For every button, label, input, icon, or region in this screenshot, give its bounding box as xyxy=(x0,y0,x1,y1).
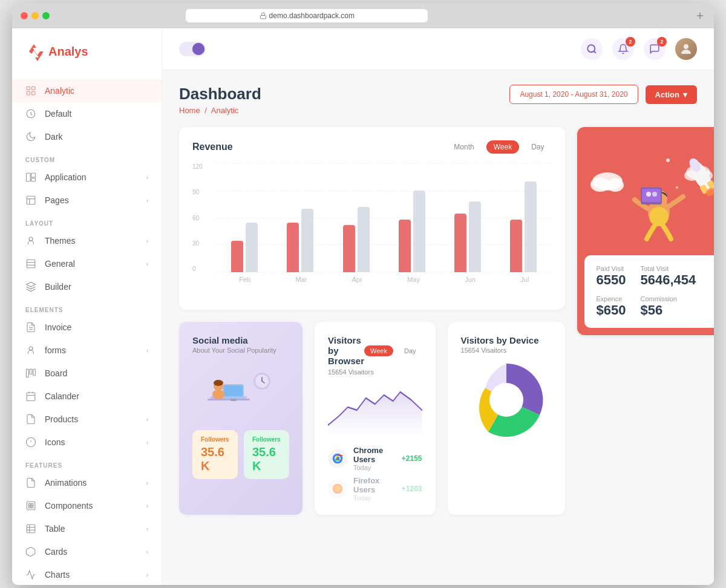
sidebar-item-general[interactable]: General › xyxy=(12,252,162,275)
chrome-icon-circle xyxy=(328,449,347,468)
animations-icon xyxy=(25,477,36,488)
svg-rect-22 xyxy=(30,369,32,374)
messages-badge: 2 xyxy=(657,37,667,47)
sidebar-item-label: Analytic xyxy=(45,86,74,96)
other-browser-info: Firefox Users Today xyxy=(353,476,396,501)
sidebar-item-components[interactable]: Components › xyxy=(12,494,162,517)
tab-day[interactable]: Day xyxy=(524,140,551,154)
chrome-name: Chrome Users xyxy=(353,446,396,464)
tab-week[interactable]: Week xyxy=(486,140,519,154)
svg-rect-11 xyxy=(27,196,35,204)
donut-chart xyxy=(461,364,552,436)
search-button[interactable] xyxy=(581,38,603,60)
svg-rect-32 xyxy=(28,503,30,505)
sidebar-item-calander[interactable]: Calander xyxy=(12,385,162,408)
sidebar-nav: Analytic Default Dark CUSTOM Application… xyxy=(12,74,162,585)
followers-row: Followers 35.6 K Followers 35.6 K xyxy=(192,430,289,479)
chrome-icon xyxy=(332,452,344,465)
stat-card-illustration: Export xyxy=(577,127,714,248)
sidebar-item-dark[interactable]: Dark xyxy=(12,125,162,148)
tab-day-browser[interactable]: Day xyxy=(398,345,422,356)
sidebar-item-label: Application xyxy=(45,172,87,182)
sidebar-item-label: Board xyxy=(45,368,67,378)
sidebar-item-default[interactable]: Default xyxy=(12,102,162,125)
sidebar-item-label: Icons xyxy=(45,437,65,447)
total-visit-stat: Total Visit 5646,454 xyxy=(640,265,696,288)
sidebar-item-builder[interactable]: Builder xyxy=(12,275,162,298)
tab-week-browser[interactable]: Week xyxy=(364,345,393,356)
sidebar-item-invoice[interactable]: Invoice xyxy=(12,316,162,339)
browser-add-icon[interactable] xyxy=(695,10,705,21)
date-range-button[interactable]: August 1, 2020 - August 31, 2020 xyxy=(509,85,638,104)
sidebar-item-animations[interactable]: Animations › xyxy=(12,471,162,494)
svg-point-63 xyxy=(335,486,341,492)
sidebar-item-products[interactable]: Products › xyxy=(12,408,162,431)
avatar[interactable] xyxy=(675,38,697,60)
sidebar-item-board[interactable]: Board xyxy=(12,362,162,385)
bar-group-may xyxy=(399,191,425,272)
expense-value: $650 xyxy=(597,302,626,318)
theme-toggle[interactable] xyxy=(179,42,206,56)
expense-label: Expence xyxy=(597,295,626,302)
hero-illustration xyxy=(577,151,714,248)
sidebar-item-label: Default xyxy=(45,109,71,119)
bar-red-mar xyxy=(287,223,299,272)
tab-month[interactable]: Month xyxy=(446,140,481,154)
dashboard-header: Dashboard Home / Analytic August 1, 2020… xyxy=(179,85,697,115)
sidebar-item-icons[interactable]: Icons › xyxy=(12,431,162,454)
svg-point-86 xyxy=(652,192,657,197)
dashboard-title-area: Dashboard Home / Analytic xyxy=(179,85,261,115)
bar-gray-mar xyxy=(301,209,313,272)
application-icon xyxy=(25,172,36,183)
sidebar-item-charts[interactable]: Charts › xyxy=(12,563,162,585)
chart-area xyxy=(217,163,552,272)
visitors-device-card: Visitors by Device 15654 Visaitors xyxy=(448,322,565,515)
bar-red-feb xyxy=(231,241,243,272)
bar-gray-may xyxy=(413,191,425,272)
dot-yellow[interactable] xyxy=(31,12,39,19)
sidebar-item-forms[interactable]: forms › xyxy=(12,339,162,362)
svg-rect-23 xyxy=(33,369,36,376)
sidebar-item-application[interactable]: Application › xyxy=(12,166,162,189)
svg-rect-51 xyxy=(231,399,237,401)
sidebar-logo: Analys xyxy=(12,28,162,74)
svg-rect-4 xyxy=(32,87,35,90)
general-icon xyxy=(25,258,36,269)
sidebar-item-cards[interactable]: Cards › xyxy=(12,540,162,563)
action-button[interactable]: Action ▾ xyxy=(646,85,697,104)
svg-rect-36 xyxy=(27,524,35,533)
svg-rect-8 xyxy=(27,173,31,181)
app-name: Analys xyxy=(48,45,88,59)
sidebar-item-themes[interactable]: Themes › xyxy=(12,229,162,252)
y-axis: 120 90 60 30 0 xyxy=(192,163,203,272)
sidebar-item-label: Animations xyxy=(45,478,87,488)
chevron-right-icon: › xyxy=(146,261,148,267)
social-illustration xyxy=(192,361,289,422)
invoice-icon xyxy=(25,322,36,333)
social-title: Social media xyxy=(192,335,289,345)
dot-red[interactable] xyxy=(21,12,28,19)
browser-window: demo.dashboardpack.com Analys Analytic xyxy=(12,3,714,585)
svg-rect-34 xyxy=(28,506,30,508)
messages-button[interactable]: 2 xyxy=(644,38,666,60)
dot-green[interactable] xyxy=(42,12,50,19)
dashboard-area: Dashboard Home / Analytic August 1, 2020… xyxy=(162,70,714,529)
right-column: Export xyxy=(577,127,714,515)
forms-icon xyxy=(25,345,36,356)
notifications-button[interactable]: 2 xyxy=(612,38,634,60)
bar-red-jul xyxy=(510,220,522,272)
sidebar-item-analytic[interactable]: Analytic xyxy=(12,79,162,102)
sidebar-item-pages[interactable]: Pages › xyxy=(12,189,162,212)
builder-icon xyxy=(25,281,36,292)
bar-red-jun xyxy=(454,214,466,272)
svg-rect-24 xyxy=(27,393,35,401)
line-chart-svg xyxy=(328,383,422,437)
sidebar-item-label: Table xyxy=(45,524,65,534)
visitors-browser-subtitle: 15654 Visaitors xyxy=(328,368,422,376)
page-title: Dashboard xyxy=(179,85,261,103)
sidebar-item-table[interactable]: Table › xyxy=(12,517,162,540)
browser-item-other: Firefox Users Today +1203 xyxy=(328,476,422,501)
paid-visit-value: 6550 xyxy=(597,272,626,288)
svg-point-67 xyxy=(607,178,624,192)
donut-chart-svg xyxy=(461,354,552,445)
